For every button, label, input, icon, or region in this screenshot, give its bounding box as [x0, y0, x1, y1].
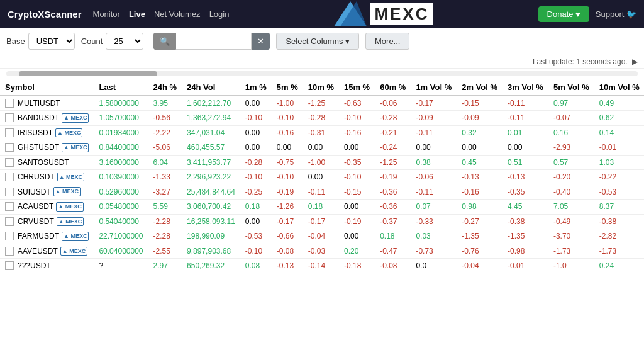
count-label: Count: [81, 37, 103, 46]
cell-m15: -0.18: [339, 259, 375, 273]
cell-h24vol: 650,269.32: [182, 259, 240, 273]
cell-h24vol: 9,897,903.68: [182, 244, 240, 259]
cell-m60: -0.24: [375, 140, 411, 156]
base-select[interactable]: USDT BTC ETH: [28, 33, 75, 50]
col-header-15m--[interactable]: 15m %: [339, 79, 375, 96]
col-header-1m--[interactable]: 1m %: [240, 79, 272, 96]
cell-m5: -0.17: [272, 214, 303, 229]
col-header-symbol[interactable]: Symbol: [0, 79, 94, 96]
cell-m10: -1.00: [303, 155, 339, 169]
cell-vol10m: -0.53: [594, 184, 644, 200]
symbol-name: ???USDT: [18, 261, 51, 270]
table-row: AAVEUSDT▲ MEXC60.04000000-2.559,897,903.…: [0, 244, 644, 259]
col-header-3m-vol--[interactable]: 3m Vol %: [502, 79, 548, 96]
col-header-5m-vol--[interactable]: 5m Vol %: [548, 79, 594, 96]
cell-h24vol: 16,258,093.11: [182, 214, 240, 229]
symbol-cell: ???USDT: [0, 259, 94, 273]
row-checkbox[interactable]: [5, 128, 14, 137]
cell-vol2m: 0.00: [457, 140, 502, 156]
cell-m15: -0.19: [339, 214, 375, 229]
cell-last: 0.54040000: [94, 214, 148, 229]
col-header-10m-vol--[interactable]: 10m Vol %: [594, 79, 644, 96]
count-group: Count 10 25 50 100: [81, 33, 144, 50]
col-header-24h-vol[interactable]: 24h Vol: [182, 79, 240, 96]
cell-m60: -0.47: [375, 244, 411, 259]
cell-vol1m: -0.73: [411, 244, 457, 259]
cell-vol5m: 0.57: [548, 155, 594, 169]
support-link[interactable]: Support 🐦: [596, 9, 636, 19]
nav-monitor[interactable]: Monitor: [93, 9, 120, 19]
symbol-cell: AAVEUSDT▲ MEXC: [0, 244, 94, 259]
mexc-logo: MEXC: [334, 1, 433, 26]
search-input[interactable]: [176, 33, 252, 50]
row-checkbox[interactable]: [5, 247, 14, 256]
nav-links: Monitor Live Net Volumez Login: [93, 9, 230, 19]
cell-h24pct: -5.06: [148, 140, 182, 156]
cell-m15: 0.00: [339, 199, 375, 214]
cell-m10: -0.11: [303, 184, 339, 200]
row-checkbox[interactable]: [5, 261, 14, 270]
cell-m5: 0.00: [272, 140, 303, 156]
toolbar: Base USDT BTC ETH Count 10 25 50 100 🔍 ✕…: [0, 28, 644, 55]
mexc-badge: ▲ MEXC: [56, 202, 83, 212]
row-checkbox[interactable]: [5, 202, 14, 211]
row-checkbox[interactable]: [5, 217, 14, 226]
cell-vol10m: -2.82: [594, 229, 644, 244]
table-container[interactable]: SymbolLast24h %24h Vol1m %5m %10m %15m %…: [0, 79, 644, 341]
col-header-2m-vol--[interactable]: 2m Vol %: [457, 79, 502, 96]
cell-vol5m: -0.49: [548, 214, 594, 229]
cell-h24vol: 2,296,923.22: [182, 169, 240, 184]
symbol-cell: FARMUSDT▲ MEXC: [0, 229, 94, 244]
symbol-cell: MULTIUSDT: [0, 96, 94, 111]
cell-h24vol: 198,990.09: [182, 229, 240, 244]
cell-h24pct: -0.56: [148, 111, 182, 126]
cell-vol5m: 7.05: [548, 199, 594, 214]
cell-last: 0.84400000: [94, 140, 148, 156]
row-checkbox[interactable]: [5, 143, 14, 152]
row-checkbox[interactable]: [5, 99, 14, 108]
count-select[interactable]: 10 25 50 100: [106, 33, 143, 50]
cell-m1: -0.25: [240, 184, 272, 200]
cell-vol1m: 0.03: [411, 229, 457, 244]
nav-login[interactable]: Login: [209, 9, 230, 19]
row-checkbox[interactable]: [5, 188, 14, 196]
search-clear-button[interactable]: ✕: [252, 33, 270, 50]
cell-vol1m: -0.11: [411, 184, 457, 200]
symbol-name: SANTOSUSDT: [18, 158, 69, 167]
cell-m5: -0.10: [272, 169, 303, 184]
search-area: 🔍 ✕: [153, 33, 270, 50]
row-checkbox[interactable]: [5, 172, 14, 181]
cell-h24pct: -3.27: [148, 184, 182, 200]
table-row: ACAUSDT▲ MEXC0.054800005.593,060,700.420…: [0, 199, 644, 214]
col-header-5m--[interactable]: 5m %: [272, 79, 303, 96]
base-label: Base: [6, 37, 25, 46]
symbol-name: MULTIUSDT: [18, 99, 60, 108]
row-checkbox[interactable]: [5, 158, 14, 167]
select-columns-button[interactable]: Select Columns ▾: [276, 33, 359, 50]
col-header-1m-vol--[interactable]: 1m Vol %: [411, 79, 457, 96]
cell-vol10m: 1.03: [594, 155, 644, 169]
col-header-last[interactable]: Last: [94, 79, 148, 96]
search-button[interactable]: 🔍: [153, 33, 176, 50]
cell-m5: -0.66: [272, 229, 303, 244]
cell-vol5m: 0.16: [548, 125, 594, 140]
scrollbar-thumb[interactable]: [19, 71, 157, 76]
mexc-badge: ▲ MEXC: [62, 232, 89, 241]
cell-m60: -0.21: [375, 125, 411, 140]
cell-m1: -0.10: [240, 244, 272, 259]
nav-live[interactable]: Live: [129, 9, 145, 19]
cell-h24vol: 3,060,700.42: [182, 199, 240, 214]
cell-vol3m: 4.45: [502, 199, 548, 214]
more-button[interactable]: More...: [365, 33, 409, 50]
cell-vol1m: -0.09: [411, 111, 457, 126]
horizontal-scrollbar[interactable]: [6, 71, 638, 76]
cell-m60: -1.25: [375, 155, 411, 169]
col-header-24h--[interactable]: 24h %: [148, 79, 182, 96]
row-checkbox[interactable]: [5, 113, 14, 122]
donate-button[interactable]: Donate ♥: [538, 6, 589, 22]
cell-vol3m: -1.35: [502, 229, 548, 244]
col-header-60m--[interactable]: 60m %: [375, 79, 411, 96]
row-checkbox[interactable]: [5, 232, 14, 240]
col-header-10m--[interactable]: 10m %: [303, 79, 339, 96]
nav-net-volumez[interactable]: Net Volumez: [154, 9, 201, 19]
